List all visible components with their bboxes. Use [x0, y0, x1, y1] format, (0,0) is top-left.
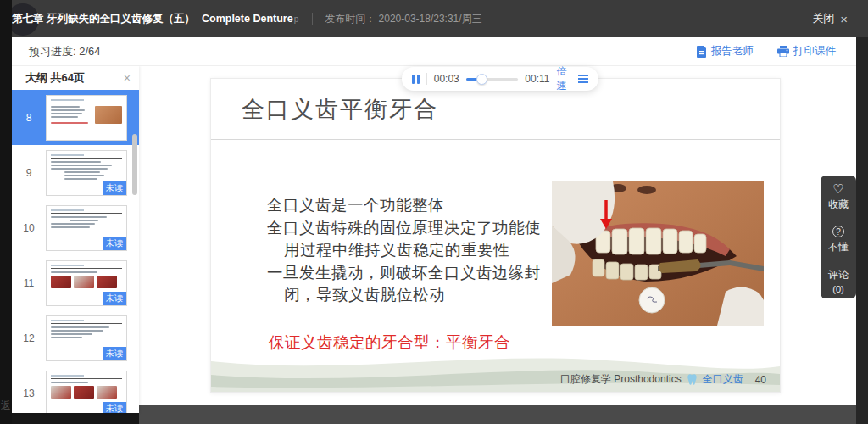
thumbnail-number: 12: [12, 332, 46, 344]
thumbnail-row-13[interactable]: 13 未读: [12, 365, 139, 413]
playback-speed-button[interactable]: 倍速: [556, 64, 571, 93]
slide-canvas: 全口义齿平衡牙合 全口义齿是一个功能整体 全口义齿特殊的固位原理决定了功能使 用…: [210, 78, 781, 393]
unread-badge: 未读: [103, 292, 126, 305]
sub-toolbar: 预习进度: 2/64 报告老师 打印课件: [12, 37, 856, 66]
slider-knob[interactable]: [476, 74, 487, 85]
heart-icon: ♡: [832, 183, 843, 195]
slide-thumbnail: 未读: [46, 315, 127, 361]
thumbnail-number: 10: [12, 222, 46, 234]
thumbnail-photos: [51, 386, 122, 399]
preview-progress: 预习进度: 2/64: [29, 44, 101, 59]
report-teacher-button[interactable]: 报告老师: [697, 44, 754, 59]
outline-title: 大纲 共64页: [25, 70, 85, 86]
close-icon: ×: [840, 12, 848, 26]
tooth-icon: [687, 373, 698, 386]
slide-thumbnail: 未读: [46, 150, 127, 196]
clinical-photo: [552, 181, 764, 326]
thumbnail-list: 8 9 未读: [12, 90, 139, 413]
printer-icon: [777, 46, 789, 57]
thumbnail-row-11[interactable]: 11 未读: [12, 255, 139, 310]
slide-footer: 口腔修复学 Prosthodontics 全口义齿 40: [560, 372, 766, 387]
topic-name: 全口义齿: [703, 372, 743, 387]
thumbnail-row-9[interactable]: 9 未读: [12, 145, 139, 200]
seek-slider[interactable]: [466, 74, 519, 85]
slide-thumbnail: 未读: [46, 260, 127, 306]
thumbnail-number: 11: [12, 277, 46, 289]
unread-badge: 未读: [103, 402, 126, 414]
publish-time: 发布时间： 2020-03-18/23:31/周三: [325, 12, 481, 26]
thumbnail-number: 13: [12, 388, 46, 399]
dimmed-page-right-edge: [856, 37, 868, 424]
player-divider: [426, 73, 427, 85]
slide-thumbnail: 未读: [46, 205, 127, 251]
slide-page-number: 40: [755, 374, 766, 386]
unread-badge: 未读: [103, 237, 126, 250]
lesson-title-en: Complete Denture: [202, 13, 293, 25]
unread-badge: 未读: [103, 347, 126, 360]
audio-player: 00:03 00:11 倍速: [402, 67, 598, 91]
thumbnail-photo: [95, 106, 122, 124]
thumbnail-number: 8: [12, 112, 46, 124]
comment-count: (0): [832, 284, 843, 294]
question-circle-icon: ?: [832, 226, 844, 237]
comment-button[interactable]: 评论 (0): [828, 268, 849, 294]
favorite-button[interactable]: ♡ 收藏: [828, 183, 849, 212]
thumbnail-row-12[interactable]: 12 未读: [12, 310, 139, 365]
current-time: 00:03: [434, 73, 459, 85]
background-back-hint: 返: [1, 399, 11, 413]
total-time: 00:11: [525, 73, 549, 85]
thumbnail-row-10[interactable]: 10 未读: [12, 200, 139, 255]
thumbnail-photos: [51, 276, 122, 288]
sidebar-scrollbar[interactable]: [132, 134, 137, 195]
outline-sidebar: 大纲 共64页 × 8 9: [12, 66, 139, 413]
lesson-title-suffix: p: [294, 14, 299, 24]
print-courseware-button[interactable]: 打印课件: [777, 44, 836, 59]
unread-badge: 未读: [103, 181, 126, 195]
slide-thumbnail: [46, 95, 127, 141]
header-divider: [312, 13, 313, 25]
course-name: 口腔修复学 Prosthodontics: [560, 372, 682, 387]
playlist-menu-icon[interactable]: [578, 75, 588, 83]
slide-title: 全口义齿平衡牙合: [242, 94, 438, 125]
outline-close-icon[interactable]: ×: [124, 71, 131, 85]
confused-button[interactable]: ? 不懂: [828, 226, 849, 254]
lesson-title: 第七章 牙列缺失的全口义齿修复（五）Complete Denturep: [12, 12, 298, 26]
slide-title-rule: [211, 139, 780, 140]
action-panel: ♡ 收藏 ? 不懂 评论 (0): [821, 176, 856, 298]
thumbnail-row-8[interactable]: 8: [12, 90, 139, 145]
slide-thumbnail: 未读: [46, 371, 127, 414]
lesson-title-cn: 第七章 牙列缺失的全口义齿修复（五）: [12, 13, 195, 25]
slide-body-text: 全口义齿是一个功能整体 全口义齿特殊的固位原理决定了功能使 用过程中维持义齿稳定…: [267, 194, 541, 307]
thumbnail-number: 9: [12, 167, 46, 179]
header-bar: 第七章 牙列缺失的全口义齿修复（五）Complete Denturep 发布时间…: [0, 0, 868, 37]
document-icon: [697, 46, 707, 58]
close-button[interactable]: 关闭 ×: [812, 0, 848, 37]
dimmed-page-left-edge: 返: [0, 0, 12, 424]
dimmed-page-bottom-left: [12, 413, 139, 424]
pause-button[interactable]: [412, 75, 420, 84]
